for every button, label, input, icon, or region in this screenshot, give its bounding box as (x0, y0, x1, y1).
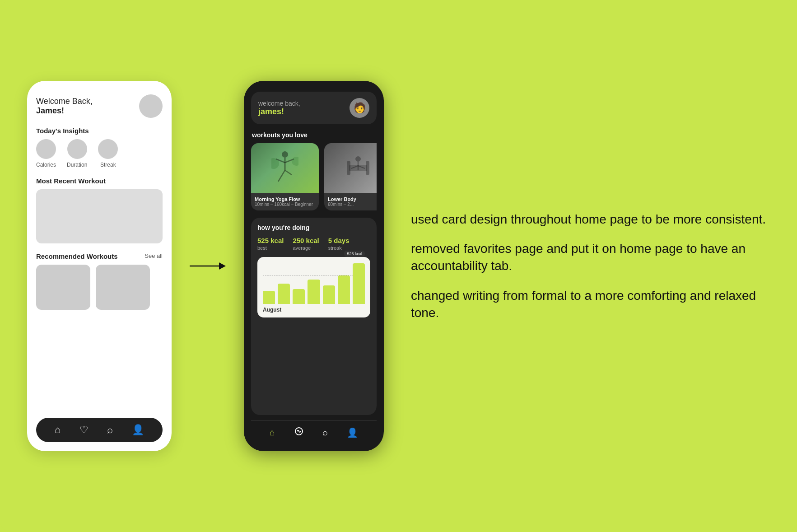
yoga-figure-icon (271, 150, 298, 186)
stat-streak-value: 5 days (328, 237, 350, 244)
wf-username: James! (36, 106, 93, 116)
wf-insight-duration: Duration (67, 139, 87, 168)
wf-rec-card-2 (96, 265, 150, 310)
gym-figure-icon (345, 152, 372, 184)
wf-welcome-text: Welcome Back, James! (36, 97, 93, 116)
workout-card-yoga[interactable]: Morning Yoga Flow 10mins – 160kcal – Beg… (251, 143, 319, 210)
stat-streak: 5 days streak (328, 237, 350, 251)
wf-insights-title: Today's Insights (36, 127, 163, 135)
dark-bottom-nav: ⌂ ⌕ 👤 (251, 420, 377, 444)
chart-bar-3 (293, 289, 305, 304)
chart-bar-7: 525 kcal (353, 263, 365, 304)
stat-best: 525 kcal best (257, 237, 284, 251)
chart-bar-6 (338, 275, 350, 304)
page-wrapper: Welcome Back, James! Today's Insights Ca… (0, 0, 797, 532)
wf-insights-section: Today's Insights Calories Duration Strea… (36, 127, 163, 168)
wf-recent-section: Most Recent Workout (36, 177, 163, 243)
wf-header: Welcome Back, James! (36, 94, 163, 118)
dark-welcome-block: welcome back, james! (258, 100, 300, 117)
description-text: used card design throughout home page to… (402, 211, 770, 322)
chart-container: 525 kcal (263, 263, 365, 304)
stat-best-value: 525 kcal (257, 237, 284, 244)
dark-avatar: 🧑 (350, 98, 369, 118)
dark-workouts-label: workouts you love (251, 131, 377, 139)
workout-card-gym-img (324, 143, 377, 193)
svg-line-7 (285, 170, 292, 175)
main-layout: Welcome Back, James! Today's Insights Ca… (27, 81, 770, 451)
wf-recent-title: Most Recent Workout (36, 177, 163, 185)
dark-header: welcome back, james! 🧑 (251, 92, 377, 124)
stat-avg-label: average (293, 245, 319, 251)
stat-average: 250 kcal average (293, 237, 319, 251)
workout-card-yoga-img (251, 143, 319, 193)
chart-bar-5 (323, 285, 335, 304)
workouts-scroll: Morning Yoga Flow 10mins – 160kcal – Beg… (251, 143, 377, 210)
wf-user-icon[interactable]: 👤 (132, 424, 144, 436)
wf-heart-icon[interactable]: ♡ (79, 424, 89, 436)
wf-recommended-title: Recommended Workouts (36, 252, 118, 260)
wf-recommended-section: Recommended Workouts See all (36, 252, 163, 310)
stat-streak-label: streak (328, 245, 350, 251)
svg-point-9 (292, 157, 298, 166)
workout-card-gym-info: Lower Body 60mins – 2... (324, 193, 377, 210)
wf-bottom-nav: ⌂ ♡ ⌕ 👤 (36, 418, 163, 442)
svg-point-13 (355, 156, 361, 162)
stat-best-label: best (257, 245, 284, 251)
dark-username: james! (258, 107, 300, 117)
svg-line-6 (278, 170, 285, 182)
chart-bar-1 (263, 291, 275, 304)
wf-recommended-header: Recommended Workouts See all (36, 252, 163, 265)
desc-paragraph-2: removed favorites page and put it on hom… (411, 240, 770, 275)
desc-paragraph-1: used card design throughout home page to… (411, 211, 770, 228)
how-doing-title: how you're doing (257, 224, 370, 231)
dark-user-icon[interactable]: 👤 (347, 427, 358, 438)
workout-card-yoga-info: Morning Yoga Flow 10mins – 160kcal – Beg… (251, 193, 319, 210)
left-phone: Welcome Back, James! Today's Insights Ca… (27, 81, 172, 451)
workout-gym-meta: 60mins – 2... (328, 202, 377, 207)
stat-avg-value: 250 kcal (293, 237, 319, 244)
chart-month-label: August (263, 307, 365, 313)
chart-dashed-line (263, 275, 365, 275)
how-doing-section: how you're doing 525 kcal best 250 kcal … (251, 218, 377, 415)
wf-insight-calories: Calories (36, 139, 56, 168)
wf-recommended-row (36, 265, 163, 310)
dark-search-icon[interactable]: ⌕ (322, 427, 328, 438)
wf-insights-row: Calories Duration Streak (36, 139, 163, 168)
desc-paragraph-3: changed writing from formal to a more co… (411, 287, 770, 322)
activity-svg-icon (294, 426, 304, 436)
wf-calories-circle (36, 139, 56, 159)
wf-home-icon[interactable]: ⌂ (55, 424, 61, 436)
stats-row: 525 kcal best 250 kcal average 5 days st… (257, 237, 370, 251)
dark-welcome-text: welcome back, (258, 100, 300, 107)
workout-card-gym[interactable]: Lower Body 60mins – 2... (324, 143, 377, 210)
wf-streak-circle (98, 139, 118, 159)
wf-search-icon[interactable]: ⌕ (107, 424, 113, 436)
wf-streak-label: Streak (100, 162, 116, 168)
chart-bar-2 (278, 284, 290, 304)
workout-yoga-title: Morning Yoga Flow (255, 196, 315, 202)
wf-avatar (139, 94, 163, 118)
workout-gym-title: Lower Body (328, 196, 377, 202)
chart-tooltip: 525 kcal (344, 251, 365, 257)
dark-home-icon[interactable]: ⌂ (270, 427, 275, 438)
chart-bar-4 (308, 280, 320, 304)
arrow-container (190, 257, 226, 275)
wf-see-all[interactable]: See all (144, 252, 163, 259)
right-phone: welcome back, james! 🧑 workouts you love (244, 81, 384, 451)
wf-rec-card-1 (36, 265, 90, 310)
chart-area: 525 kcal August (257, 257, 370, 317)
wf-calories-label: Calories (36, 162, 56, 168)
chart-bars: 525 kcal (263, 263, 365, 304)
wf-duration-label: Duration (67, 162, 87, 168)
workout-yoga-meta: 10mins – 160kcal – Beginner (255, 202, 315, 207)
wf-greeting: Welcome Back, (36, 97, 93, 106)
wf-recent-box (36, 189, 163, 243)
wf-insight-streak: Streak (98, 139, 118, 168)
wf-welcome-block: Welcome Back, James! (36, 97, 93, 116)
dark-activity-icon[interactable] (294, 426, 304, 439)
wf-duration-circle (67, 139, 87, 159)
arrow-icon (190, 257, 226, 275)
svg-point-2 (282, 151, 288, 158)
svg-marker-1 (219, 262, 226, 270)
